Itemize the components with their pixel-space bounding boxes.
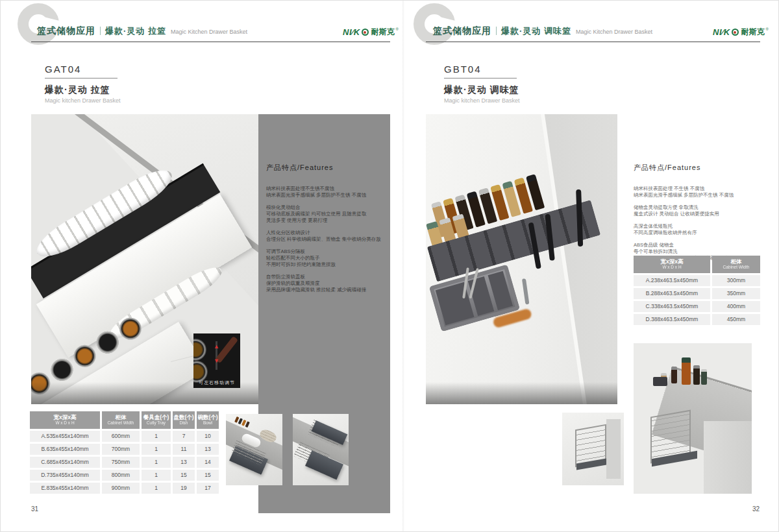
inset-caption: 可左右移动调节 [193, 380, 240, 386]
feature-line: 纳米科技表面处理 不生锈 不腐蚀 [634, 186, 760, 192]
feature-line: 可移动底板及碗碟架 均可独立使用 且随意提取 [266, 211, 384, 217]
table-header-cell: 餐具盒(个)Cutly Tray [142, 411, 171, 429]
table-cell: A.535x455x140mm [30, 431, 100, 442]
feature-line: 纳米表面光滑手感细腻 多层防护不生锈 不腐蚀 [266, 192, 384, 199]
table-cell: 19 [173, 483, 195, 494]
thumb-photo-basket-2 [293, 414, 349, 485]
feature-line: 灵活多变 使用方便 更易打理 [266, 217, 384, 224]
feature-line: 储物盒灵动提取方便 拿取清洗 [634, 204, 760, 211]
table-cell: C.338x463.5x450mm [634, 301, 710, 312]
brand-logo-zh: 耐斯克 [741, 27, 765, 38]
main-photo-spice-basket [426, 114, 617, 404]
bottle [701, 369, 707, 385]
feature-line: 可调节ABS分隔板 [266, 248, 384, 255]
table-cell: 13 [197, 444, 219, 455]
table-header-cell: 碗数(个)Bowl [197, 411, 219, 429]
model-block-right: GBT04 爆款·灵动 调味篮 Magic kitchen Drawer Bas… [444, 64, 520, 104]
product-name-zh: 爆款·灵动 拉篮 [45, 84, 121, 96]
feature-line: 合理分区 科学收纳碗碟架、置物盒 集中收纳分类存放 [266, 236, 384, 243]
feature-line: 自带防尘滑轨盖板 [266, 274, 384, 280]
thumb-cabinet-side [606, 419, 621, 479]
brand-logo-o-icon [732, 29, 739, 36]
features-left: 产品特点/Features 纳米科技表面处理不生锈不腐蚀 纳米表面光滑手感细腻 … [266, 163, 384, 299]
product-name-en: Magic kitchen Drawer Basket [444, 97, 520, 104]
feature-line: 每个可单独拆卸清洗 [634, 248, 760, 255]
spec-table-left: 宽x深x高W x D x H 柜体Cabinet Width 餐具盒(个)Cut… [30, 411, 219, 494]
feature-paragraph: 纳米科技表面处理不生锈不腐蚀 纳米表面光滑手感细腻 多层防护不生锈 不腐蚀 [266, 186, 384, 199]
table-cell: 15 [197, 470, 219, 481]
cabinet-drawers [704, 421, 752, 494]
table-cell: 14 [197, 457, 219, 468]
thumb-photo-wire-basket [562, 413, 624, 485]
feature-paragraph: 纳米科技表面处理 不生锈 不腐蚀 纳米表面光滑手感细腻 多层防护不生锈 不腐蚀 [634, 186, 760, 199]
table-cell: 700mm [102, 444, 140, 455]
header-category: 篮式储物应用 [37, 25, 95, 37]
feature-line: 纳米科技表面处理不生锈不腐蚀 [266, 186, 384, 192]
model-code: GBT04 [444, 64, 520, 75]
photo-shadow [426, 382, 617, 404]
knife-handle [576, 189, 583, 247]
features-title: 产品特点/Features [266, 163, 384, 173]
table-cell: 800mm [102, 470, 140, 481]
table-cell: 350mm [712, 288, 760, 299]
brand-logo-text: NI∕K [713, 27, 730, 37]
table-cell: 10 [197, 431, 219, 442]
brand-logo-zh: 耐斯克 [371, 27, 395, 38]
registered-mark: ® [396, 27, 399, 31]
table-cell: A.238x463.5x450mm [634, 275, 710, 286]
table-header-cell: 宽x深x高W x D x H [30, 411, 100, 429]
feature-paragraph: 可调节ABS分隔板 轻松匹配不同大小的瓶子 不用时可拆卸 拒绝约束随意摆放 [266, 248, 384, 268]
feature-paragraph: 储物盒灵动提取方便 拿取清洗 魔盒式设计 灵动组合 让收纳更便捷实用 [634, 204, 760, 217]
header-divider [496, 27, 497, 35]
photo-countertop-basket [634, 343, 752, 494]
corkscrew [522, 278, 530, 304]
feature-paragraph: 高深盒体低矮瓶托 不同高度调味瓶收纳井然有序 [634, 223, 760, 236]
header-category: 篮式储物应用 [433, 25, 491, 37]
feature-line: 不同高度调味瓶收纳井然有序 [634, 230, 760, 236]
header-divider [100, 27, 101, 35]
table-cell: C.685x455x140mm [30, 457, 100, 468]
feature-line: 轻松匹配不同大小的瓶子 [266, 255, 384, 261]
table-cell: 1 [142, 470, 171, 481]
table-cell: 750mm [102, 457, 140, 468]
feature-line: 纳米表面光滑手感细腻 多层防护不生锈 不腐蚀 [634, 192, 760, 199]
model-block-left: GAT04 爆款·灵动 拉篮 Magic kitchen Drawer Bask… [45, 64, 121, 104]
page-header-left: 篮式储物应用 爆款·灵动 拉篮 Magic Kitchen Drawer Bas… [37, 25, 247, 37]
bottle [693, 365, 700, 385]
features-right: 产品特点/Features 纳米科技表面处理 不生锈 不腐蚀 纳米表面光滑手感细… [634, 163, 760, 267]
table-cell: E.835x455x140mm [30, 483, 100, 494]
table-cell: 600mm [102, 431, 140, 442]
table-cell: 1 [142, 431, 171, 442]
product-name-zh: 爆款·灵动 调味篮 [444, 84, 520, 96]
model-code: GAT04 [45, 64, 121, 75]
table-cell: 11 [173, 444, 195, 455]
spec-table-right: 宽x深x高W x D x H 柜体Cabinet Width A.238x463… [634, 256, 760, 325]
feature-paragraph: 人性化分区收纳设计 合理分区 科学收纳碗碟架、置物盒 集中收纳分类存放 [266, 230, 384, 243]
center-fold [402, 1, 404, 531]
brand-logo: NI∕K 耐斯克 ® [343, 27, 399, 38]
features-title: 产品特点/Features [634, 163, 760, 173]
table-cell: 300mm [712, 275, 760, 286]
header-rule [426, 42, 760, 42]
feature-paragraph: 自带防尘滑轨盖板 保护滑轨的载重及顺滑度 采用品牌缓冲隐藏滑轨 推拉轻柔 减少碗… [266, 274, 384, 293]
inset-bowl [193, 339, 206, 361]
table-cell: 1 [142, 457, 171, 468]
table-header-cell: 柜体Cabinet Width [712, 256, 760, 273]
table-header-cell: 柜体Cabinet Width [102, 411, 140, 429]
brand-logo-o-icon [362, 29, 369, 36]
feature-line: 保护滑轨的载重及顺滑度 [266, 280, 384, 287]
bottle [671, 367, 677, 383]
feature-line: 人性化分区收纳设计 [266, 230, 384, 236]
red-arrow-down-icon: ▼ [214, 358, 219, 364]
thumb-photo-basket-1 [226, 414, 282, 485]
feature-line: 魔盒式设计 灵动组合 让收纳更便捷实用 [634, 211, 760, 217]
product-name-en: Magic kitchen Drawer Basket [45, 97, 121, 104]
table-cell: 7 [173, 431, 195, 442]
brand-logo-text: NI∕K [343, 27, 360, 37]
header-subtitle: Magic Kitchen Drawer Basket [576, 29, 652, 35]
utensil-holder [653, 377, 667, 386]
table-cell: B.288x463.5x450mm [634, 288, 710, 299]
model-underline [444, 78, 517, 79]
page-number-right: 32 [752, 505, 760, 513]
table-cell: 1 [142, 444, 171, 455]
